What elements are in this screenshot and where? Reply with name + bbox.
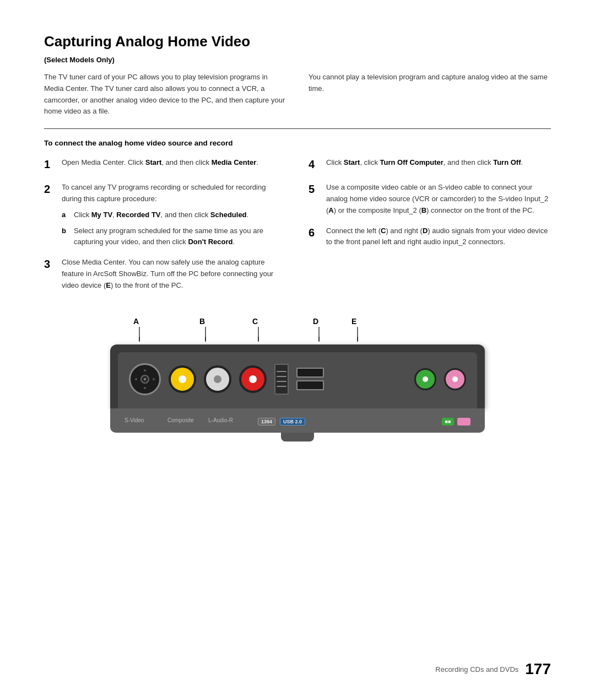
page-title: Capturing Analog Home Video xyxy=(44,33,551,50)
label-e: E xyxy=(351,317,356,326)
laudio-port xyxy=(204,365,231,393)
bold-e: E xyxy=(106,281,111,289)
badge-1394: 1394 xyxy=(258,416,275,425)
bold-start-4: Start xyxy=(344,158,360,166)
intro-left: The TV tuner card of your PC allows you … xyxy=(44,72,286,117)
footer-text: Recording CDs and DVDs xyxy=(435,665,518,674)
panel-outer xyxy=(110,344,485,408)
badge-green: ■■ xyxy=(442,416,455,425)
bold-mytv: My TV xyxy=(91,211,112,219)
arrow-a xyxy=(139,327,140,342)
card-slot xyxy=(274,364,289,395)
step-4-content: Click Start, click Turn Off Computer, an… xyxy=(326,157,551,169)
step-5: 5 Use a composite video cable or an S-vi… xyxy=(309,182,551,216)
section-heading: To connect the analog home video source … xyxy=(44,139,551,147)
pink-port xyxy=(444,368,466,390)
intro-section: The TV tuner card of your PC allows you … xyxy=(44,72,551,117)
intro-right: You cannot play a television program and… xyxy=(309,72,551,117)
step-3-content: Close Media Center. You can now safely u… xyxy=(62,257,286,291)
pc-panel-diagram: A B C D E xyxy=(44,317,551,441)
arrow-e xyxy=(357,327,358,342)
step-4-num: 4 xyxy=(309,155,321,173)
step-5-num: 5 xyxy=(309,180,321,198)
footer: Recording CDs and DVDs 177 xyxy=(435,660,551,678)
label-svideo: S-Video xyxy=(125,417,163,423)
step-1-num: 1 xyxy=(44,155,56,173)
svg-marker-1 xyxy=(139,337,140,342)
svg-marker-3 xyxy=(205,337,206,342)
bold-recorded-tv: Recorded TV xyxy=(116,211,160,219)
label-a: A xyxy=(133,317,139,326)
bold-media-center: Media Center xyxy=(212,158,257,166)
step-5-content: Use a composite video cable or an S-vide… xyxy=(326,182,551,216)
label-laudio: L-Audio-R xyxy=(208,417,252,423)
green-port xyxy=(414,368,436,390)
step-3: 3 Close Media Center. You can now safely… xyxy=(44,257,286,291)
step-6-num: 6 xyxy=(309,224,321,241)
label-d: D xyxy=(313,317,318,326)
divider xyxy=(44,128,551,129)
labels-row: A B C D E xyxy=(110,317,485,344)
bold-scheduled: Scheduled xyxy=(210,211,247,219)
badge-pink xyxy=(457,416,470,425)
page-number: 177 xyxy=(525,660,551,678)
step-6: 6 Connect the left (C) and right (D) aud… xyxy=(309,225,551,249)
page-subtitle: (Select Models Only) xyxy=(44,56,551,64)
usb-slots xyxy=(296,368,324,390)
step-1-content: Open Media Center. Click Start, and then… xyxy=(62,157,286,169)
panel-inner xyxy=(118,352,477,408)
arrow-c xyxy=(258,327,259,342)
label-b: B xyxy=(199,317,205,326)
bold-c: C xyxy=(381,227,386,235)
step-4: 4 Click Start, click Turn Off Computer, … xyxy=(309,157,551,173)
steps-section: 1 Open Media Center. Click Start, and th… xyxy=(44,157,551,300)
steps-right: 4 Click Start, click Turn Off Computer, … xyxy=(309,157,551,300)
bold-turn-off: Turn Off xyxy=(493,158,521,166)
step-6-content: Connect the left (C) and right (D) audio… xyxy=(326,225,551,249)
svideo-port xyxy=(129,363,161,395)
raudio-port xyxy=(239,365,267,393)
label-composite: Composite xyxy=(167,417,206,423)
step-2: 2 To cancel any TV programs recording or… xyxy=(44,182,286,248)
bold-d: D xyxy=(423,227,428,235)
sub-step-a: a Click My TV, Recorded TV, and then cli… xyxy=(62,209,286,221)
page-container: Capturing Analog Home Video (Select Mode… xyxy=(0,0,595,700)
arrow-b xyxy=(205,327,206,342)
bold-dont-record: Don't Record xyxy=(188,238,232,246)
step-1: 1 Open Media Center. Click Start, and th… xyxy=(44,157,286,173)
sub-step-a-text: Click My TV, Recorded TV, and then click… xyxy=(74,209,248,221)
panel-notch xyxy=(281,433,314,441)
step-2-content: To cancel any TV programs recording or s… xyxy=(62,182,286,248)
svg-marker-9 xyxy=(357,337,358,342)
badge-usb: USB 2.0 xyxy=(280,416,305,425)
bold-start-1: Start xyxy=(145,158,162,166)
svg-marker-5 xyxy=(258,337,259,342)
panel-bottom-bar: S-Video Composite L-Audio-R 1394 USB 2.0… xyxy=(110,408,485,433)
steps-left: 1 Open Media Center. Click Start, and th… xyxy=(44,157,286,300)
bold-turn-off-computer: Turn Off Computer xyxy=(380,158,443,166)
sub-step-b: b Select any program scheduled for the s… xyxy=(62,225,286,249)
label-c: C xyxy=(252,317,258,326)
arrow-d xyxy=(318,327,320,342)
bold-a: A xyxy=(328,206,333,214)
svg-marker-7 xyxy=(318,337,320,342)
bold-b: B xyxy=(421,206,426,214)
sub-step-b-text: Select any program scheduled for the sam… xyxy=(74,225,286,249)
composite-port xyxy=(169,365,196,393)
sub-label-a: a xyxy=(62,209,69,221)
sub-label-b: b xyxy=(62,225,69,249)
step-2-text: To cancel any TV programs recording or s… xyxy=(62,183,266,203)
step-3-num: 3 xyxy=(44,255,56,273)
step-2-num: 2 xyxy=(44,180,56,198)
